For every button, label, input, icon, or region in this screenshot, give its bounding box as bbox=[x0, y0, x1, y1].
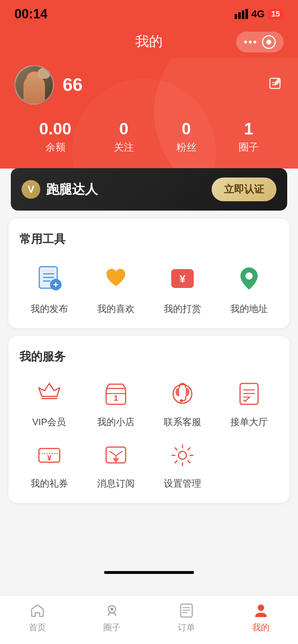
service-subscribe[interactable]: 消息订阅 bbox=[86, 439, 145, 490]
publish-label: 我的发布 bbox=[31, 303, 68, 315]
svg-rect-1 bbox=[238, 12, 241, 19]
service-support[interactable]: 联系客服 bbox=[153, 378, 212, 428]
tools-title: 常用工具 bbox=[19, 231, 279, 247]
stats-row: 0.00 余额 0 关注 0 粉丝 1 圈子 bbox=[14, 119, 284, 154]
tip-label: 我的打赏 bbox=[164, 303, 201, 315]
svg-text:¥: ¥ bbox=[179, 273, 185, 285]
vip-banner[interactable]: V 跑腿达人 立即认证 bbox=[11, 168, 287, 211]
status-time: 00:14 bbox=[14, 6, 48, 22]
tool-like[interactable]: 我的喜欢 bbox=[86, 260, 145, 315]
subscribe-service-icon bbox=[100, 439, 132, 472]
svg-point-41 bbox=[258, 604, 264, 611]
services-card: 我的服务 VIP会员 1 我的小店 bbox=[9, 336, 289, 503]
tip-icon: ¥ bbox=[164, 260, 200, 296]
tools-grid: 我的发布 我的喜欢 ¥ 我的打赏 bbox=[19, 260, 279, 315]
vip-service-icon bbox=[33, 378, 66, 410]
signal-icon bbox=[235, 9, 248, 19]
home-indicator bbox=[104, 571, 194, 574]
vip-left: V 跑腿达人 bbox=[22, 180, 98, 199]
svg-point-24 bbox=[180, 399, 183, 402]
support-service-label: 联系客服 bbox=[164, 416, 201, 428]
camera-inner bbox=[266, 40, 271, 45]
services-row2: ¥ 我的礼券 消息订阅 bbox=[19, 439, 279, 490]
stat-circle[interactable]: 1 圈子 bbox=[239, 119, 259, 154]
following-value: 0 bbox=[114, 119, 134, 138]
dots-icon: ••• bbox=[244, 36, 258, 48]
service-orders[interactable]: 接单大厅 bbox=[219, 378, 279, 428]
avatar[interactable] bbox=[14, 65, 54, 105]
mine-nav-label: 我的 bbox=[252, 622, 270, 633]
tools-card: 常用工具 我的发布 bbox=[9, 218, 289, 328]
like-icon bbox=[98, 260, 134, 296]
username: 66 bbox=[63, 74, 83, 95]
avatar-cat bbox=[37, 68, 50, 79]
publish-icon bbox=[31, 260, 67, 296]
svg-rect-2 bbox=[242, 10, 244, 19]
profile-left: 66 bbox=[14, 65, 83, 105]
order-nav-label: 订单 bbox=[178, 622, 195, 633]
svg-text:1: 1 bbox=[113, 394, 118, 402]
vip-service-label: VIP会员 bbox=[32, 416, 66, 428]
avatar-person bbox=[23, 75, 45, 104]
home-indicator-area bbox=[0, 571, 298, 581]
bottom-nav: 首页 圈子 订单 bbox=[0, 595, 298, 644]
stat-balance[interactable]: 0.00 余额 bbox=[39, 119, 72, 154]
fans-value: 0 bbox=[176, 119, 197, 138]
service-coupon[interactable]: ¥ 我的礼券 bbox=[19, 439, 79, 490]
svg-point-19 bbox=[245, 272, 253, 280]
service-settings[interactable]: 设置管理 bbox=[153, 439, 212, 490]
circle-nav-icon bbox=[103, 602, 121, 620]
camera-icon[interactable] bbox=[262, 35, 276, 49]
profile-section: 66 0.00 余额 0 关注 0 粉丝 1 圈子 bbox=[0, 58, 298, 169]
home-nav-icon bbox=[28, 602, 46, 620]
tool-tip[interactable]: ¥ 我的打赏 bbox=[153, 260, 212, 315]
balance-value: 0.00 bbox=[39, 119, 72, 138]
orders-service-icon bbox=[233, 378, 265, 410]
svg-point-34 bbox=[179, 451, 186, 459]
settings-service-icon bbox=[166, 439, 199, 472]
mine-nav-icon bbox=[252, 602, 270, 620]
shop-service-icon: 1 bbox=[100, 378, 132, 410]
header-more-button[interactable]: ••• bbox=[236, 32, 284, 52]
tool-address[interactable]: 我的地址 bbox=[219, 260, 279, 315]
coupon-service-label: 我的礼券 bbox=[31, 477, 68, 490]
service-empty bbox=[219, 439, 279, 490]
status-bar: 00:14 4G 15 bbox=[0, 0, 298, 25]
nav-order[interactable]: 订单 bbox=[161, 602, 212, 633]
orders-service-label: 接单大厅 bbox=[230, 416, 268, 428]
balance-label: 余额 bbox=[39, 141, 72, 154]
status-icons: 4G 15 bbox=[235, 8, 284, 20]
spacer-bottom bbox=[0, 511, 298, 568]
circle-nav-label: 圈子 bbox=[103, 622, 121, 633]
stat-following[interactable]: 0 关注 bbox=[114, 119, 134, 154]
stat-fans[interactable]: 0 粉丝 bbox=[176, 119, 197, 154]
home-nav-label: 首页 bbox=[29, 622, 46, 633]
svg-rect-0 bbox=[235, 14, 237, 19]
circle-value: 1 bbox=[239, 119, 259, 138]
vip-title: 跑腿达人 bbox=[46, 181, 98, 198]
nav-home[interactable]: 首页 bbox=[12, 602, 63, 633]
service-shop[interactable]: 1 我的小店 bbox=[86, 378, 145, 428]
nav-circle[interactable]: 圈子 bbox=[87, 602, 137, 633]
vip-cert-button[interactable]: 立即认证 bbox=[212, 178, 276, 201]
coupon-service-icon: ¥ bbox=[33, 439, 66, 472]
address-label: 我的地址 bbox=[230, 303, 268, 315]
services-title: 我的服务 bbox=[19, 349, 279, 365]
svg-rect-3 bbox=[245, 9, 248, 19]
subscribe-service-label: 消息订阅 bbox=[97, 477, 135, 490]
service-vip[interactable]: VIP会员 bbox=[19, 378, 79, 428]
vip-badge: V bbox=[22, 180, 40, 199]
header: 我的 ••• bbox=[0, 25, 298, 58]
svg-point-36 bbox=[110, 608, 113, 611]
services-row1: VIP会员 1 我的小店 bbox=[19, 378, 279, 428]
shop-service-label: 我的小店 bbox=[97, 416, 135, 428]
nav-mine[interactable]: 我的 bbox=[236, 602, 286, 633]
edit-profile-button[interactable] bbox=[268, 75, 284, 95]
like-label: 我的喜欢 bbox=[97, 303, 135, 315]
circle-label: 圈子 bbox=[239, 141, 259, 154]
svg-marker-33 bbox=[113, 458, 119, 463]
support-service-icon bbox=[166, 378, 199, 410]
tool-publish[interactable]: 我的发布 bbox=[19, 260, 79, 315]
order-nav-icon bbox=[177, 602, 195, 620]
address-icon bbox=[231, 260, 267, 296]
